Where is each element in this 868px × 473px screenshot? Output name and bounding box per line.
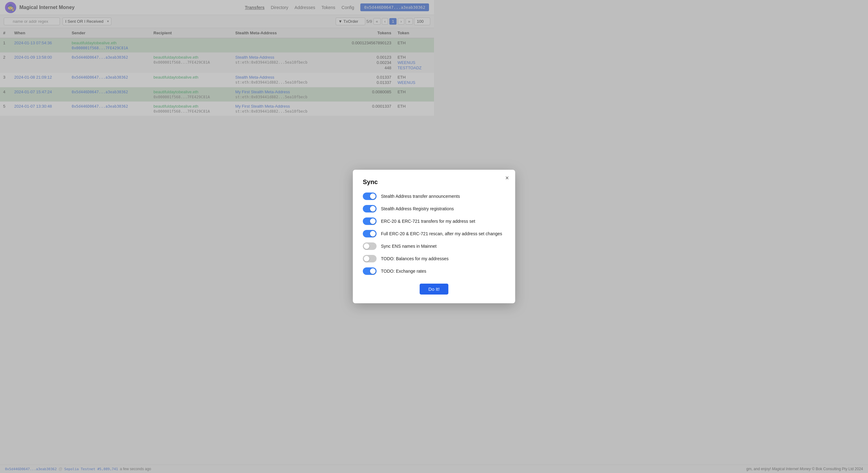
- modal-overlay[interactable]: Sync × Stealth Address transfer announce…: [0, 0, 434, 236]
- option-label-1: Stealth Address transfer announcements: [381, 194, 434, 199]
- option-label-4: Full ERC-20 & ERC-721 rescan, after my a…: [381, 231, 434, 236]
- sync-modal: Sync × Stealth Address transfer announce…: [353, 170, 434, 236]
- sync-option-2: Stealth Address Registry registrations: [363, 205, 434, 212]
- modal-title: Sync: [363, 178, 434, 185]
- sync-option-1: Stealth Address transfer announcements: [363, 193, 434, 200]
- sync-option-3: ERC-20 & ERC-721 transfers for my addres…: [363, 217, 434, 225]
- toggle-2[interactable]: [363, 205, 377, 212]
- toggle-4[interactable]: [363, 230, 377, 236]
- option-label-3: ERC-20 & ERC-721 transfers for my addres…: [381, 219, 434, 224]
- sync-option-4: Full ERC-20 & ERC-721 rescan, after my a…: [363, 230, 434, 236]
- sync-options-list: Stealth Address transfer announcements S…: [363, 193, 434, 236]
- option-label-2: Stealth Address Registry registrations: [381, 206, 434, 211]
- toggle-1[interactable]: [363, 193, 377, 200]
- toggle-3[interactable]: [363, 217, 377, 225]
